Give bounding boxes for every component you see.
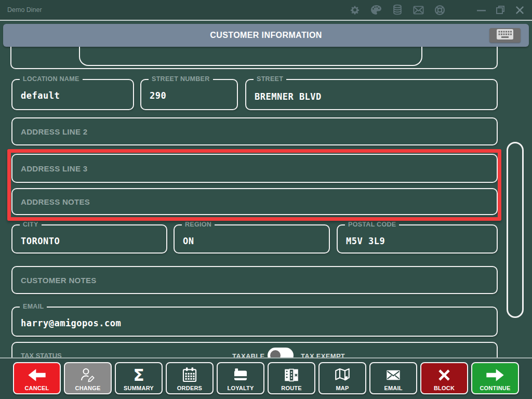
email-field[interactable]: EMAIL harry@amigopos.com: [11, 307, 498, 337]
region-label: REGION: [182, 221, 215, 228]
address-notes-placeholder: ADDRESS NOTES: [21, 197, 90, 206]
support-lifering-icon[interactable]: [434, 4, 446, 16]
titlebar-icons: [349, 4, 525, 16]
street-label: STREET: [254, 75, 286, 83]
city-field[interactable]: CITY TORONTO: [11, 224, 167, 254]
address-line-3-field[interactable]: ADDRESS LINE 3: [11, 154, 498, 183]
vertical-scrollbar-thumb[interactable]: [507, 142, 524, 318]
x-mark-icon: [421, 366, 467, 384]
page-header: CUSTOMER INFORMATION: [3, 24, 529, 47]
page-title: CUSTOMER INFORMATION: [210, 31, 322, 40]
map-button[interactable]: MAP: [318, 362, 366, 394]
close-icon[interactable]: [515, 5, 525, 15]
title-bar: Demo Diner: [0, 0, 532, 21]
sigma-icon: Σ: [116, 366, 162, 384]
city-value: TORONTO: [21, 236, 60, 246]
block-button[interactable]: BLOCK: [420, 362, 468, 394]
change-button[interactable]: CHANGE: [64, 362, 112, 394]
cancel-button[interactable]: CANCEL: [13, 362, 61, 394]
calendar-icon: [167, 366, 212, 384]
city-label: CITY: [20, 221, 42, 228]
street-field[interactable]: STREET BREMNER BLVD: [245, 79, 498, 110]
settings-gear-icon[interactable]: [349, 4, 361, 16]
theme-palette-icon[interactable]: [370, 4, 382, 16]
postal-code-value: M5V 3L9: [346, 236, 385, 246]
keyboard-icon: [496, 29, 514, 42]
street-value: BREMNER BLVD: [255, 91, 322, 102]
customer-notes-placeholder: CUSTOMER NOTES: [21, 276, 97, 285]
email-label: EMAIL: [20, 303, 47, 310]
folded-map-icon: [320, 366, 365, 384]
database-icon[interactable]: [392, 4, 403, 16]
summary-button[interactable]: Σ SUMMARY: [115, 362, 163, 394]
address-notes-field[interactable]: ADDRESS NOTES: [11, 188, 498, 215]
mail-icon[interactable]: [413, 4, 424, 16]
arrow-right-icon: [472, 366, 518, 384]
region-value: ON: [183, 236, 194, 246]
address-line-3-placeholder: ADDRESS LINE 3: [21, 164, 87, 173]
street-number-value: 290: [150, 90, 166, 101]
envelope-icon: [370, 366, 416, 384]
postal-code-field[interactable]: POSTAL CODE M5V 3L9: [337, 224, 498, 254]
restore-window-icon[interactable]: [495, 5, 506, 15]
customer-notes-field[interactable]: CUSTOMER NOTES: [11, 266, 498, 294]
location-name-value: default: [21, 90, 60, 101]
loyalty-button[interactable]: LOYALTY: [217, 362, 264, 394]
route-button[interactable]: ROUTE: [268, 362, 315, 394]
minimize-icon[interactable]: [477, 5, 486, 15]
app-window: Demo Diner: [0, 0, 532, 399]
continue-button[interactable]: CONTINUE: [471, 362, 519, 394]
address-line-2-placeholder: ADDRESS LINE 2: [21, 127, 87, 136]
edit-person-icon: [65, 366, 111, 384]
orders-button[interactable]: ORDERS: [166, 362, 214, 394]
loyalty-card-icon: [218, 366, 263, 384]
street-number-label: STREET NUMBER: [149, 75, 213, 83]
address-line-2-field[interactable]: ADDRESS LINE 2: [11, 117, 498, 145]
clipped-top-inner-input[interactable]: [79, 47, 422, 66]
location-name-label: LOCATION NAME: [20, 75, 83, 83]
window-title: Demo Diner: [7, 6, 42, 14]
email-value: harry@amigopos.com: [21, 318, 121, 328]
keyboard-button[interactable]: [489, 28, 521, 43]
route-map-icon: [269, 366, 314, 384]
location-name-field[interactable]: LOCATION NAME default: [11, 79, 134, 110]
arrow-left-icon: [14, 366, 60, 384]
region-field[interactable]: REGION ON: [174, 224, 330, 254]
street-number-field[interactable]: STREET NUMBER 290: [140, 79, 238, 110]
email-button[interactable]: EMAIL: [369, 362, 417, 394]
bottom-toolbar: CANCEL CHANGE Σ SUMMARY ORDERS LOYALTY: [0, 357, 532, 399]
postal-code-label: POSTAL CODE: [345, 221, 399, 228]
